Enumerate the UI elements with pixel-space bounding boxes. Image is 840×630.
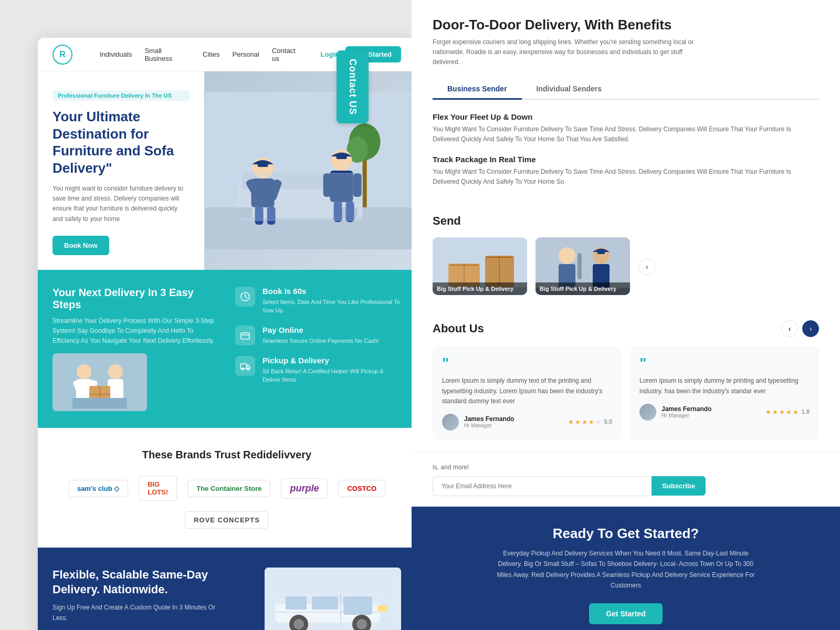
- testimonial-2-name: James Fernando: [662, 405, 711, 413]
- hero-desc: You might want to consider furniture del…: [52, 184, 190, 224]
- nav-small-business[interactable]: Small Business: [144, 47, 190, 62]
- send-card-1-label: Big Stuff Pick Up & Delivery: [433, 282, 527, 295]
- send-card-2-label: Big Stuff Pick Up & Delivery: [536, 282, 630, 295]
- ready-title: Ready To Get Started?: [553, 526, 699, 542]
- main-panel: R Individuals Small Business Cities Pers…: [38, 38, 416, 630]
- send-cards: Big Stuff Pick Up & Delivery: [433, 237, 819, 295]
- logo-icon: R: [52, 45, 72, 65]
- brand-big-lots: BIGLOTS!: [139, 476, 177, 501]
- brand-sams-club: sam's club ◇: [68, 480, 128, 497]
- svg-point-29: [108, 364, 123, 379]
- svg-point-50: [356, 619, 367, 629]
- workers-illustration: [204, 92, 416, 249]
- blue-section-desc: Sign Up Free And Create A Custom Quote I…: [52, 603, 218, 623]
- van-image: [265, 568, 401, 630]
- testimonial-1-text: Lorem Ipsum is simply dummy text of the …: [442, 376, 612, 406]
- step-3-content: Pickup & Delivery Sit Back Relax! A Cert…: [262, 356, 401, 384]
- next-testimonial-button[interactable]: ›: [802, 320, 819, 337]
- ready-desc: Everyday Pickup And Delivery Services Wh…: [495, 548, 757, 591]
- svg-rect-45: [286, 596, 307, 610]
- d2d-desc: Forget expensive couriers and long shipp…: [433, 37, 706, 68]
- d2d-features: Flex Your Fleet Up & Down You Might Want…: [433, 112, 819, 187]
- navbar-logo: R: [52, 45, 72, 65]
- blue-section-title: Flexible, Scalable Same-Day Delivery. Na…: [52, 568, 218, 596]
- nav-personal[interactable]: Personal: [233, 50, 259, 58]
- svg-rect-38: [240, 364, 247, 369]
- testimonials: " Lorem Ipsum is simply dummy text of th…: [433, 346, 819, 440]
- svg-rect-34: [72, 398, 127, 408]
- hero-title: Your Ultimate Destination for Furniture …: [52, 108, 190, 176]
- d2d-feature-2-desc: You Might Want To Consider Furniture Del…: [433, 167, 819, 187]
- nav-individuals[interactable]: Individuals: [100, 50, 132, 58]
- svg-rect-23: [236, 173, 362, 220]
- tab-business-sender[interactable]: Business Sender: [433, 79, 522, 100]
- testimonial-2-role: Hr Manager: [662, 413, 711, 418]
- three-step-section: Your Next Delivery In 3 Easy Steps Strea…: [38, 270, 416, 428]
- step-3-desc: Sit Back Relax! A Certified Helper Will …: [262, 367, 401, 384]
- step-1: Book Is 60s Select Items, Date And Time …: [235, 287, 401, 315]
- hero-photo: [204, 71, 416, 270]
- hero-left: Professional Furniture Delivery In The U…: [38, 71, 204, 270]
- svg-rect-36: [241, 333, 249, 339]
- clock-icon: [235, 287, 255, 307]
- testimonial-2-text: Lorem Ipsum is simply dummy te printing …: [639, 376, 810, 396]
- hero-badge: Professional Furniture Delivery In The U…: [52, 90, 190, 101]
- workers-image-2: [52, 353, 147, 411]
- ready-get-started-button[interactable]: Get Started: [589, 603, 662, 624]
- send-section: Send: [412, 202, 840, 308]
- email-input[interactable]: [433, 476, 652, 496]
- step-1-content: Book Is 60s Select Items, Date And Time …: [262, 287, 401, 315]
- blue-right: [235, 568, 401, 630]
- d2d-section: Door-To-Door Delivery, With Benefits For…: [412, 0, 840, 202]
- testimonial-1: " Lorem Ipsum is simply dummy text of th…: [433, 346, 622, 440]
- brands-section: These Brands Trust Redidelivvery sam's c…: [38, 428, 416, 548]
- testimonial-1-info: James Fernando Hr Manager: [464, 415, 514, 428]
- step-2-content: Pay Online Seamless Secure Online Paymen…: [262, 326, 379, 345]
- nav-contact[interactable]: Contact us: [272, 47, 304, 62]
- svg-point-39: [242, 368, 244, 370]
- book-now-button[interactable]: Book Now: [52, 236, 109, 255]
- tab-individual-senders[interactable]: Individual Senders: [522, 79, 616, 100]
- testimonial-2: " Lorem Ipsum is simply dummy te printin…: [630, 346, 819, 440]
- d2d-feature-1: Flex Your Fleet Up & Down You Might Want…: [433, 112, 819, 144]
- d2d-tabs: Business Sender Individual Senders: [433, 79, 819, 100]
- about-section: About Us ‹ › " Lorem Ipsum is simply dum…: [412, 308, 840, 453]
- testimonial-1-role: Hr Manager: [464, 423, 514, 428]
- quote-mark-1: ": [442, 356, 612, 371]
- nav-cities[interactable]: Cities: [203, 50, 220, 58]
- svg-rect-46: [312, 596, 338, 610]
- about-header: About Us ‹ ›: [433, 320, 819, 337]
- quote-mark-2: ": [639, 356, 810, 371]
- prev-testimonial-button[interactable]: ‹: [781, 320, 798, 337]
- truck-icon: [235, 356, 255, 376]
- right-panel: Door-To-Door Delivery, With Benefits For…: [412, 0, 840, 630]
- brands-row: sam's club ◇ BIGLOTS! The Container Stor…: [52, 476, 401, 529]
- three-step-image: [52, 353, 147, 411]
- three-step-title: Your Next Delivery In 3 Easy Steps: [52, 287, 218, 311]
- nav-links: Individuals Small Business Cities Person…: [100, 47, 304, 62]
- contact-us-button[interactable]: Contact US: [337, 50, 369, 123]
- testimonial-1-footer: James Fernando Hr Manager ★ ★ ★ ★ ★ 5.0: [442, 414, 612, 430]
- blue-section: Flexible, Scalable Same-Day Delivery. Na…: [38, 548, 416, 630]
- hero-image: [204, 71, 416, 270]
- step-1-desc: Select Items, Date And Time You Like Pro…: [262, 298, 401, 315]
- brands-title: These Brands Trust Redidelivvery: [52, 449, 401, 461]
- subscribe-button[interactable]: Subscribe: [652, 476, 706, 496]
- about-title: About Us: [433, 322, 484, 335]
- next-send-card-button[interactable]: ›: [638, 258, 655, 275]
- brand-container-store: The Container Store: [187, 480, 270, 497]
- brand-rove: ROVE CONCEPTS: [185, 511, 269, 529]
- testimonial-2-info: James Fernando Hr Manager: [662, 405, 711, 418]
- svg-point-63: [559, 247, 575, 264]
- svg-rect-10: [257, 163, 268, 167]
- svg-rect-68: [597, 251, 605, 254]
- blue-left: Flexible, Scalable Same-Day Delivery. Na…: [52, 568, 218, 623]
- testimonial-1-avatar: [442, 414, 459, 430]
- card-icon: [235, 326, 255, 345]
- brand-purple: purple: [281, 478, 328, 499]
- svg-point-25: [77, 364, 91, 379]
- contact-overlay: Contact US: [337, 50, 369, 125]
- d2d-feature-2: Track Package In Real Time You Might Wan…: [433, 155, 819, 187]
- three-step-desc: Streamline Your Delivery Process With Ou…: [52, 316, 218, 346]
- step-2-desc: Seamless Secure Online Payments No Cash!: [262, 337, 379, 345]
